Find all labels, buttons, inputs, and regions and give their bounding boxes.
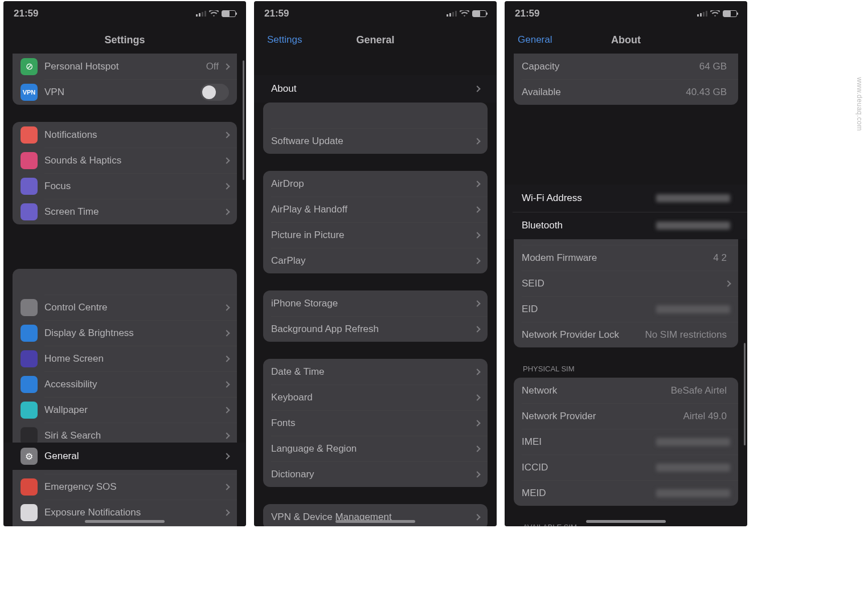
chevron-icon [724, 280, 731, 286]
row-notifications[interactable]: Notifications [13, 122, 237, 148]
section-header-physical-sim: PHYSICAL SIM [523, 365, 729, 373]
app-icon [21, 203, 38, 220]
vpn-icon: VPN [21, 84, 38, 101]
chevron-icon [223, 183, 230, 189]
row-focus[interactable]: Focus [13, 173, 237, 199]
row-bluetooth[interactable]: Bluetooth [505, 212, 747, 239]
chevron-icon [474, 232, 480, 238]
row-background-app-refresh[interactable]: Background App Refresh [263, 316, 488, 342]
cellular-icon [447, 11, 457, 17]
chevron-icon [223, 381, 230, 387]
row-vpn-device-management[interactable]: VPN & Device Management [263, 504, 488, 526]
row-vpn[interactable]: VPN VPN [13, 79, 237, 105]
app-icon [21, 152, 38, 169]
status-bar: 21:59 [505, 1, 747, 26]
row-iphone-storage[interactable]: iPhone Storage [263, 290, 488, 316]
chevron-icon [223, 509, 230, 515]
chevron-left-icon [260, 36, 267, 44]
row-wifi-address[interactable]: Wi-Fi Address [505, 185, 747, 212]
row-software-update[interactable]: Software Update [263, 128, 488, 154]
chevron-icon [223, 453, 230, 459]
status-time: 21:59 [264, 8, 289, 19]
row-language-region[interactable]: Language & Region [263, 436, 488, 461]
chevron-icon [474, 206, 480, 212]
row-available[interactable]: Available40.43 GB [514, 79, 738, 105]
row-emergency-sos[interactable]: Emergency SOS [13, 474, 237, 500]
status-time: 21:59 [515, 8, 539, 19]
chevron-icon [474, 369, 480, 375]
row-screen-time[interactable]: Screen Time [13, 199, 237, 224]
row-dictionary[interactable]: Dictionary [263, 461, 488, 487]
app-icon [21, 299, 38, 316]
row-iccid[interactable]: ICCID [514, 455, 738, 480]
chevron-icon [474, 181, 480, 187]
row-control-centre[interactable]: Control Centre [13, 294, 237, 320]
page-title: About [611, 34, 641, 46]
home-indicator[interactable] [85, 520, 165, 523]
blurred-value [656, 222, 730, 230]
chevron-icon [474, 138, 480, 144]
screenshot-about: 21:59 General About Capacity64 GBAvailab… [505, 1, 747, 526]
row-seid[interactable]: SEID [514, 271, 738, 296]
status-time: 21:59 [14, 8, 38, 19]
back-button[interactable]: Settings [261, 34, 302, 46]
app-icon [21, 350, 38, 367]
row-fonts[interactable]: Fonts [263, 410, 488, 436]
watermark: www.deuaq.com [855, 77, 863, 131]
row-airplay-handoff[interactable]: AirPlay & Handoff [263, 197, 488, 222]
app-icon [21, 376, 38, 393]
chevron-icon [223, 132, 230, 138]
status-bar: 21:59 [254, 1, 497, 26]
chevron-icon [223, 355, 230, 362]
row-wallpaper[interactable]: Wallpaper [13, 397, 237, 423]
row-battery[interactable]: Battery [13, 525, 237, 526]
row-network-provider-lock[interactable]: Network Provider LockNo SIM restrictions [514, 322, 738, 347]
wifi-icon [460, 10, 469, 17]
gear-icon: ⚙ [21, 448, 38, 465]
app-icon [21, 325, 38, 342]
row-meid[interactable]: MEID [514, 480, 738, 506]
chevron-icon [474, 257, 480, 264]
row-general-highlight[interactable]: ⚙ General [3, 443, 246, 470]
row-modem-firmware[interactable]: Modem Firmware4 2 [514, 245, 738, 271]
row-keyboard[interactable]: Keyboard [263, 384, 488, 410]
cellular-icon [196, 11, 206, 17]
row-airdrop[interactable]: AirDrop [263, 171, 488, 197]
nav-bar: General About [505, 26, 747, 54]
screenshot-settings: 21:59 Settings ⊘ Personal Hotspot Off VP… [3, 1, 246, 526]
app-icon [21, 178, 38, 195]
row-capacity[interactable]: Capacity64 GB [514, 54, 738, 79]
row-imei[interactable]: IMEI [514, 429, 738, 455]
row-picture-in-picture[interactable]: Picture in Picture [263, 222, 488, 248]
section-header-available-sim: AVAILABLE SIM [523, 523, 729, 526]
battery-icon [472, 10, 486, 17]
chevron-icon [474, 445, 480, 452]
chevron-left-icon [510, 36, 518, 44]
row-network[interactable]: NetworkBeSafe Airtel [514, 378, 738, 403]
row-network-provider[interactable]: Network ProviderAirtel 49.0 [514, 403, 738, 429]
page-title: General [356, 34, 394, 46]
chevron-icon [223, 304, 230, 310]
row-home-screen[interactable]: Home Screen [13, 346, 237, 371]
row-personal-hotspot[interactable]: ⊘ Personal Hotspot Off [13, 54, 237, 79]
chevron-icon [474, 85, 480, 92]
row-display-brightness[interactable]: Display & Brightness [13, 320, 237, 346]
home-indicator[interactable] [586, 520, 666, 523]
row-eid[interactable]: EID [514, 296, 738, 322]
home-indicator[interactable] [335, 520, 415, 523]
chevron-icon [474, 300, 480, 306]
vpn-toggle[interactable] [200, 84, 229, 101]
row-carplay[interactable]: CarPlay [263, 248, 488, 273]
app-icon [21, 126, 38, 144]
app-icon [21, 504, 38, 521]
row-accessibility[interactable]: Accessibility [13, 371, 237, 397]
row-date-time[interactable]: Date & Time [263, 359, 488, 384]
status-bar: 21:59 [3, 1, 246, 26]
wifi-icon [209, 10, 219, 17]
app-icon [21, 402, 38, 419]
back-button[interactable]: General [511, 34, 552, 46]
battery-icon [222, 10, 236, 17]
wifi-icon [710, 10, 720, 17]
row-sounds-haptics[interactable]: Sounds & Haptics [13, 148, 237, 173]
row-about-highlight[interactable]: About [254, 75, 497, 103]
